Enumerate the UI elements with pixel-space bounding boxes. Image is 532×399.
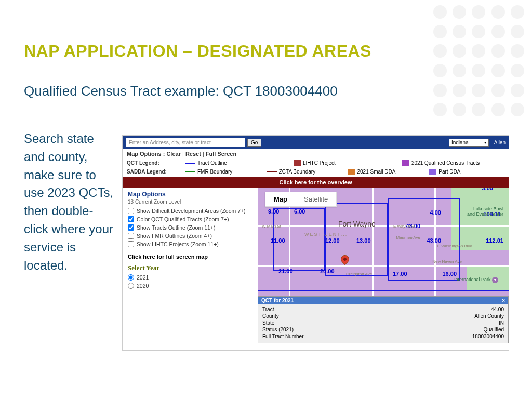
legend-small-dda: 2021 Small DDA	[348, 169, 423, 175]
instructions-text: Search state and county, make sure to us…	[24, 130, 117, 274]
radio-2020[interactable]: 2020	[128, 283, 252, 289]
tract-number: 17.00	[393, 271, 407, 277]
street-label: E Washington Blvd	[437, 244, 472, 248]
check-dda[interactable]: Show Difficult Development Areas (Zoom 7…	[128, 208, 252, 214]
check-tract-outline[interactable]: Show Tracts Outline (Zoom 11+)	[128, 224, 252, 231]
map-options-links[interactable]: Map Options : Clear | Reset | Full Scree…	[123, 149, 509, 158]
tract-number: 4.00	[430, 209, 441, 216]
tract-number: 43.00	[427, 237, 441, 244]
tract-number: 13.00	[356, 237, 371, 244]
street-label: New Haven Ave	[432, 259, 462, 264]
legend-2021-qct: 2021 Qualified Census Tracts	[402, 160, 504, 166]
check-color-qct[interactable]: Color QCT Qualified Tracts (Zoom 7+)	[128, 216, 252, 222]
poi-park: International Park ▾	[454, 277, 498, 283]
legend-lihtc: LIHTC Project	[294, 160, 396, 166]
state-select[interactable]: Indiana ▾	[449, 139, 489, 147]
tract-number: 12.00	[325, 237, 340, 244]
go-button[interactable]: Go	[247, 139, 261, 147]
sidebar-heading: Map Options	[128, 191, 252, 198]
street-label: Maumee Ave	[396, 235, 420, 240]
tract-number: 3.00	[482, 188, 493, 191]
city-label: Fort Wayne	[338, 220, 376, 228]
search-input[interactable]: Enter an Address, city, state or tract	[126, 138, 245, 147]
qct-legend-label: QCT Legend:	[127, 160, 179, 166]
decorative-dots	[433, 5, 527, 119]
street-label: Creighton Ave	[346, 272, 372, 276]
legend-part-dda: Part DDA	[429, 169, 504, 175]
chevron-down-icon: ▾	[484, 140, 486, 145]
legend-fmr: FMR Boundary	[185, 169, 260, 175]
street-label: E Wayne St	[393, 224, 415, 229]
street-label: W Main St	[262, 224, 281, 229]
tract-number: 11.00	[271, 237, 285, 244]
tract-number: 9.00	[268, 208, 279, 215]
select-year-heading: Select Year	[128, 264, 252, 272]
map-type-satellite[interactable]: Satellite	[296, 192, 336, 206]
search-placeholder: Enter an Address, city, state or tract	[129, 140, 211, 145]
map-screenshot: Enter an Address, city, state or tract G…	[122, 135, 509, 351]
map-canvas[interactable]: Map Satellite 3.00 4.00 9.00 6.00 43.00 …	[258, 188, 509, 343]
sadda-legend-row: SADDA Legend: FMR Boundary ZCTA Boundary…	[123, 167, 509, 176]
county-label: Allen	[494, 140, 506, 145]
legend-tract-outline: Tract Outline	[185, 160, 287, 166]
zoom-level: 13 Current Zoom Level	[128, 199, 252, 205]
district-label: WEST CENT...	[304, 232, 348, 237]
slide-title: NAP APPLICATION – DESIGNATED AREAS	[24, 42, 371, 61]
slide-subtitle: Qualified Census Tract example: QCT 1800…	[24, 83, 338, 99]
state-value: Indiana	[451, 140, 469, 145]
check-lihtc[interactable]: Show LIHTC Projects (Zoom 11+)	[128, 241, 252, 247]
sadda-legend-label: SADDA Legend:	[127, 169, 179, 175]
map-type-toggle[interactable]: Map Satellite	[265, 192, 337, 207]
poi-lakeside: Lakeside Bowl and Event Center	[467, 206, 503, 217]
tract-number: 21.00	[278, 268, 293, 274]
fullscreen-link[interactable]: Click here for full screen map	[128, 254, 252, 260]
close-icon[interactable]: ×	[502, 298, 505, 303]
search-bar: Enter an Address, city, state or tract G…	[123, 136, 509, 149]
tract-number: 112.01	[486, 237, 503, 244]
info-window: QCT for 2021 × Tract44.00CountyAllen Cou…	[258, 296, 509, 343]
radio-2021[interactable]: 2021	[128, 274, 252, 281]
tract-number: 6.00	[294, 208, 305, 215]
check-fmr[interactable]: Show FMR Outlines (Zoom 4+)	[128, 233, 252, 239]
map-sidebar: Map Options 13 Current Zoom Level Show D…	[123, 188, 258, 343]
tract-number: 20.00	[320, 268, 335, 274]
info-body: Tract44.00CountyAllen CountyStateINStatu…	[258, 304, 508, 343]
overview-link[interactable]: Click here for the overview	[123, 177, 509, 188]
qct-legend-row: QCT Legend: Tract Outline LIHTC Project …	[123, 158, 509, 167]
legend-zcta: ZCTA Boundary	[267, 169, 342, 175]
map-type-map[interactable]: Map	[265, 192, 296, 206]
info-title: QCT for 2021	[261, 298, 294, 303]
tract-number: 16.00	[442, 271, 457, 277]
